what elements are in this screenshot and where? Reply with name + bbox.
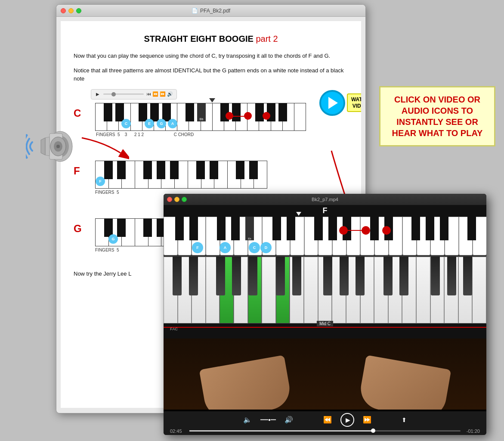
hands-area [164, 339, 486, 410]
video-section-label: F [164, 205, 486, 217]
bwk-6 [234, 257, 248, 323]
audio-slider-thumb [111, 92, 116, 96]
video-bkey-3 [217, 217, 226, 240]
bwk-20 [430, 257, 445, 323]
audio-player[interactable]: ▶ ⏮ ⏪ ⏩ 🔊 [91, 89, 177, 99]
video-bottom-keyboard: F A C Mid C [164, 257, 486, 339]
bwk-19 [416, 257, 430, 323]
video-red-1 [339, 226, 348, 235]
video-close-button[interactable] [167, 197, 172, 202]
blue-dot-A: A [168, 119, 177, 128]
video-bkey-15 [440, 217, 448, 240]
bwk-15 [360, 257, 374, 323]
maximize-button[interactable] [76, 8, 81, 13]
bwk-5-green [220, 257, 234, 323]
video-blue-C: C [249, 242, 260, 253]
video-bkey-16 [467, 217, 476, 240]
video-marker [296, 212, 301, 216]
svg-marker-5 [45, 137, 49, 156]
svg-point-9 [56, 145, 60, 148]
paragraph-1: Now that you can play the sequence using… [74, 52, 348, 60]
bkey-10 [255, 103, 264, 121]
speaker-icon[interactable] [26, 121, 77, 174]
volume-up-icon[interactable]: 🔊 [284, 416, 293, 424]
pdf-icon: 📄 [192, 8, 198, 14]
bwk-7-green [248, 257, 262, 323]
volume-track[interactable]: ━━━●━━ [260, 417, 276, 422]
blue-dot-F: F [96, 177, 105, 186]
volume-icon[interactable]: 🔊 [167, 91, 173, 97]
close-button[interactable] [61, 8, 66, 13]
red-dot-3 [263, 112, 270, 120]
step-forward-icon[interactable]: ⏩ [160, 91, 166, 97]
gbkey-3 [143, 219, 152, 237]
pdf-titlebar: 📄 PFA_Bk2.pdf [56, 5, 365, 17]
window-title: 📄 PFA_Bk2.pdf [192, 8, 230, 14]
video-red-3 [382, 226, 391, 235]
video-bkey-14 [426, 217, 434, 240]
bwk-2 [178, 257, 192, 323]
bwk-9-green [276, 257, 290, 323]
bkey-4 [150, 103, 159, 121]
callout-text: CLICK ON VIDEO OR AUDIO ICONS TO INSTANT… [387, 94, 488, 139]
fbkey-3 [143, 161, 152, 179]
bkey-6 [186, 103, 194, 121]
video-player: Bk2_p7.mp4 F [164, 194, 486, 435]
video-play-button[interactable]: ▶ [340, 413, 354, 427]
video-content: F [164, 205, 486, 411]
bwk-3 [192, 257, 206, 323]
section-c-label: C [74, 107, 81, 119]
red-arrow-speaker [77, 134, 129, 159]
bkey-3 [139, 103, 147, 121]
fbkey-1 [104, 161, 113, 179]
audio-play-button[interactable]: ▶ [95, 91, 101, 97]
bwk-8 [262, 257, 276, 323]
video-bkey-4 [231, 217, 240, 240]
fbkey-6 [196, 161, 205, 179]
audio-slider[interactable] [103, 93, 144, 95]
wkey-18 [294, 103, 306, 130]
bwk-16 [374, 257, 388, 323]
video-controls-bar: 🔈 ━━━●━━ 🔊 ⏪ ▶ ⏩ ⬆ 02:45 -01:20 [164, 411, 486, 435]
fbkey-9 [249, 161, 258, 179]
red-dot-2 [244, 112, 252, 120]
paragraph-2: Notice that all three patterns are almos… [74, 66, 348, 83]
video-circle-icon [319, 90, 345, 116]
bkey-7: Bb [197, 103, 206, 121]
volume-control[interactable]: 🔈 [243, 416, 252, 424]
callout-box: CLICK ON VIDEO OR AUDIO ICONS TO INSTANT… [379, 86, 495, 146]
video-bkey-13 [411, 217, 420, 240]
bwk-14 [346, 257, 360, 323]
time-remaining: -01:20 [465, 429, 480, 434]
video-blue-D: D [260, 242, 272, 253]
share-button[interactable]: ⬆ [402, 416, 407, 423]
bwk-13 [332, 257, 346, 323]
document-title: STRAIGHT EIGHT BOOGIE part 2 [74, 34, 348, 44]
video-progress-row: 02:45 -01:20 [170, 429, 480, 434]
speaker-svg [26, 121, 77, 172]
keyboard-f-white-keys: F [95, 161, 267, 189]
video-progress-fill [189, 430, 374, 432]
video-title: Bk2_p7.mp4 [312, 197, 338, 202]
fast-forward-button[interactable]: ⏩ [363, 416, 371, 424]
video-maximize-button[interactable] [182, 197, 187, 202]
video-progress-track[interactable] [189, 430, 461, 432]
bwk-17 [388, 257, 402, 323]
video-bkey-9 [328, 217, 337, 240]
video-top-keyboard: F [164, 205, 486, 257]
traffic-lights [61, 8, 81, 13]
video-blue-F: F [192, 242, 203, 253]
rewind-icon[interactable]: ⏮ [146, 91, 151, 97]
watch-video-button[interactable]: WATCHVIDEO [319, 90, 361, 116]
gbkey-2 [117, 219, 126, 237]
bkey-2 [115, 103, 124, 121]
video-minimize-button[interactable] [174, 197, 179, 202]
video-bkey-5: Eb [245, 217, 254, 240]
video-progress-thumb[interactable] [371, 429, 375, 433]
step-back-icon[interactable]: ⏪ [152, 91, 158, 97]
right-hand [357, 355, 451, 410]
bwk-4 [206, 257, 220, 323]
minimize-button[interactable] [68, 8, 74, 13]
rewind-button[interactable]: ⏪ [323, 416, 332, 424]
video-bkey-1 [175, 217, 184, 240]
